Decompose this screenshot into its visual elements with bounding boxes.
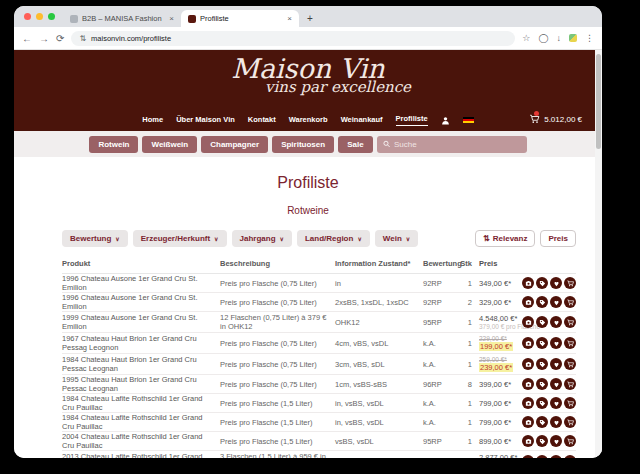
profile-icon[interactable]: ◯	[538, 33, 548, 43]
heart-icon[interactable]	[550, 416, 562, 428]
browser-tab[interactable]: B2B – MANISA Fashion×	[63, 10, 181, 27]
content-area: Bewertung∨Erzeuger/Herkunft∨Jahrgang∨Lan…	[62, 230, 576, 458]
browser-menu-icon[interactable]: ⋮	[585, 33, 594, 43]
sort-button-relevanz[interactable]: ⇅Relevanz	[475, 230, 535, 247]
tag-icon[interactable]	[536, 316, 548, 328]
nav-item-kontakt[interactable]: Kontakt	[248, 115, 276, 126]
back-icon[interactable]: ←	[22, 33, 32, 44]
nav-item-weinankauf[interactable]: Weinankauf	[341, 115, 383, 126]
scrollbar-thumb[interactable]	[596, 54, 601, 149]
site-logo[interactable]: Maison Vin vins par excellence	[14, 50, 602, 94]
heart-icon[interactable]	[550, 277, 562, 289]
product-name[interactable]: 1999 Chateau Ausone 1er Grand Cru St. Em…	[62, 313, 220, 331]
header-cart[interactable]: 5.012,00 €	[529, 114, 582, 124]
heart-icon[interactable]	[550, 455, 562, 458]
tag-icon[interactable]	[536, 435, 548, 447]
product-name[interactable]: 1995 Chateau Haut Brion 1er Grand Cru Pe…	[62, 375, 220, 393]
category-button-sale[interactable]: Sale	[338, 136, 372, 153]
price: 799,00 €*	[479, 399, 511, 408]
extension-icon[interactable]	[569, 34, 577, 42]
tag-icon[interactable]	[536, 416, 548, 428]
german-flag-icon[interactable]	[463, 117, 474, 124]
cart-icon[interactable]	[564, 337, 576, 349]
heart-icon[interactable]	[550, 397, 562, 409]
filter-dropdown-erzeuger-herkunft[interactable]: Erzeuger/Herkunft∨	[133, 230, 227, 247]
new-tab-button[interactable]: +	[299, 13, 321, 27]
search-box[interactable]	[377, 136, 527, 153]
filter-dropdown-jahrgang[interactable]: Jahrgang∨	[232, 230, 292, 247]
camera-icon[interactable]	[522, 296, 534, 308]
camera-icon[interactable]	[522, 337, 534, 349]
web-page: Maison Vin vins par excellence HomeÜber …	[14, 50, 602, 458]
cart-icon[interactable]	[564, 277, 576, 289]
page-scrollbar[interactable]	[595, 50, 602, 458]
tag-icon[interactable]	[536, 337, 548, 349]
cart-icon[interactable]	[564, 455, 576, 458]
download-icon[interactable]: ↓	[557, 33, 562, 43]
heart-icon[interactable]	[550, 435, 562, 447]
cart-icon[interactable]	[564, 397, 576, 409]
category-button-wei-wein[interactable]: Weißwein	[142, 136, 197, 153]
price-cell: 2.877,00 €*959,00 € pro Flasche*	[476, 453, 522, 458]
cart-icon[interactable]	[564, 378, 576, 390]
tag-icon[interactable]	[536, 296, 548, 308]
camera-icon[interactable]	[522, 455, 534, 458]
camera-icon[interactable]	[522, 316, 534, 328]
filter-dropdown-bewertung[interactable]: Bewertung∨	[62, 230, 128, 247]
minimize-window-button[interactable]	[36, 13, 43, 20]
cart-icon[interactable]	[564, 435, 576, 447]
cart-icon[interactable]	[564, 316, 576, 328]
camera-icon[interactable]	[522, 435, 534, 447]
close-tab-icon[interactable]: ×	[287, 14, 292, 23]
heart-icon[interactable]	[550, 358, 562, 370]
camera-icon[interactable]	[522, 378, 534, 390]
product-name[interactable]: 2004 Chateau Lafite Rothschild 1er Grand…	[62, 432, 220, 450]
camera-icon[interactable]	[522, 277, 534, 289]
cart-icon[interactable]	[564, 296, 576, 308]
tag-icon[interactable]	[536, 397, 548, 409]
product-name[interactable]: 1967 Chateau Haut Brion 1er Grand Cru Pe…	[62, 334, 220, 352]
category-button-spirituosen[interactable]: Spirituosen	[272, 136, 334, 153]
tag-icon[interactable]	[536, 378, 548, 390]
filter-dropdown-land-region[interactable]: Land/Region∨	[297, 230, 370, 247]
category-button-rotwein[interactable]: Rotwein	[89, 136, 138, 153]
category-button-champagner[interactable]: Champagner	[201, 136, 268, 153]
account-icon[interactable]	[441, 116, 450, 125]
product-name[interactable]: 1996 Chateau Ausone 1er Grand Cru St. Em…	[62, 293, 220, 311]
url-bar[interactable]: ⇅ maisonvin.com/profiliste	[71, 31, 515, 46]
product-name[interactable]: 1984 Chateau Lafite Rothschild 1er Grand…	[62, 413, 220, 431]
cart-icon[interactable]	[564, 358, 576, 370]
tag-icon[interactable]	[536, 358, 548, 370]
product-name[interactable]: 2013 Chateau Lafite Rothschild 1er Grand…	[62, 452, 220, 458]
product-name[interactable]: 1996 Chateau Ausone 1er Grand Cru St. Em…	[62, 274, 220, 292]
heart-icon[interactable]	[550, 337, 562, 349]
product-name[interactable]: 1984 Chateau Lafite Rothschild 1er Grand…	[62, 394, 220, 412]
close-tab-icon[interactable]: ×	[169, 14, 174, 23]
nav-item-home[interactable]: Home	[142, 115, 163, 126]
site-settings-icon[interactable]: ⇅	[79, 34, 86, 43]
forward-icon[interactable]: →	[39, 33, 49, 44]
cart-icon[interactable]	[564, 416, 576, 428]
heart-icon[interactable]	[550, 296, 562, 308]
nav-item--ber-maison-vin[interactable]: Über Maison Vin	[176, 115, 235, 126]
camera-icon[interactable]	[522, 397, 534, 409]
zoom-window-button[interactable]	[48, 13, 55, 20]
nav-item-profiliste[interactable]: Profiliste	[396, 114, 428, 126]
heart-icon[interactable]	[550, 316, 562, 328]
browser-tab[interactable]: Profiliste×	[181, 10, 299, 27]
close-window-button[interactable]	[24, 13, 31, 20]
heart-icon[interactable]	[550, 378, 562, 390]
chevron-down-icon: ∨	[280, 235, 284, 242]
product-name[interactable]: 1984 Chateau Haut Brion 1er Grand Cru Pe…	[62, 355, 220, 373]
tag-icon[interactable]	[536, 277, 548, 289]
camera-icon[interactable]	[522, 416, 534, 428]
reload-icon[interactable]: ⟳	[56, 33, 64, 44]
search-input[interactable]	[394, 140, 521, 149]
tag-icon[interactable]	[536, 455, 548, 458]
filter-dropdown-wein[interactable]: Wein∨	[375, 230, 418, 247]
sort-button-preis[interactable]: Preis	[540, 230, 576, 247]
bookmark-star-icon[interactable]: ☆	[522, 33, 530, 43]
camera-icon[interactable]	[522, 358, 534, 370]
nav-item-warenkorb[interactable]: Warenkorb	[289, 115, 328, 126]
rating-value: 92RP	[423, 298, 458, 307]
